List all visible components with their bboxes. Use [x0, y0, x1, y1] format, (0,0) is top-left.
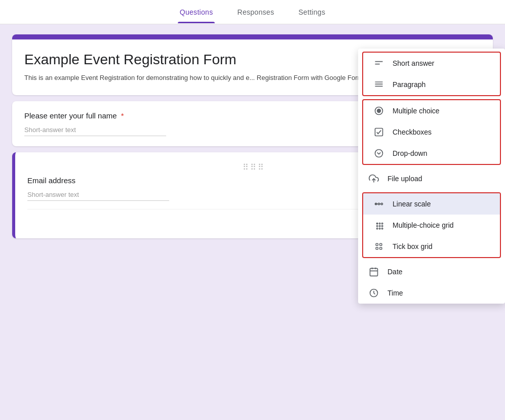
paragraph-icon — [373, 79, 384, 90]
short-answer-icon — [373, 58, 384, 69]
svg-point-24 — [376, 228, 378, 229]
svg-rect-29 — [376, 247, 378, 249]
group-1-outlined: Short answer Paragraph — [362, 52, 501, 96]
answer-placeholder-2: Short-answer text — [27, 191, 169, 201]
file-upload-icon — [368, 173, 379, 184]
svg-point-23 — [381, 225, 383, 227]
answer-placeholder-1: Short-answer text — [24, 126, 166, 136]
svg-point-15 — [381, 203, 382, 204]
svg-rect-10 — [375, 129, 383, 136]
svg-point-21 — [376, 225, 378, 227]
mc-grid-icon — [373, 220, 384, 231]
menu-item-checkboxes[interactable]: Checkboxes — [363, 121, 500, 143]
dropdown-icon — [373, 148, 384, 159]
svg-point-20 — [381, 223, 383, 224]
svg-point-26 — [381, 228, 383, 229]
paragraph-label: Paragraph — [393, 80, 425, 89]
group-2-outlined: Multiple choice Checkboxes — [362, 99, 501, 165]
svg-point-11 — [375, 150, 383, 157]
svg-point-13 — [375, 203, 377, 204]
time-icon — [368, 287, 379, 299]
group-3-outlined: Linear scale — [362, 192, 501, 258]
svg-point-22 — [379, 225, 380, 227]
multiple-choice-icon — [373, 105, 384, 116]
menu-item-file-upload[interactable]: File upload — [358, 168, 505, 189]
svg-point-14 — [378, 203, 379, 204]
main-content: Example Event Registration Form This is … — [0, 24, 505, 420]
tab-settings[interactable]: Settings — [296, 1, 327, 23]
linear-scale-label: Linear scale — [393, 200, 431, 208]
time-label: Time — [387, 289, 403, 297]
svg-rect-27 — [376, 243, 378, 245]
tick-grid-label: Tick box grid — [393, 242, 433, 250]
tick-grid-icon — [373, 241, 384, 252]
linear-scale-icon — [373, 198, 384, 209]
svg-point-9 — [377, 109, 381, 113]
menu-item-tick-grid[interactable]: Tick box grid — [363, 236, 500, 257]
dropdown-menu: Short answer Paragraph — [358, 49, 505, 304]
svg-rect-30 — [380, 247, 382, 249]
question-label-2: Email address — [27, 176, 75, 185]
checkboxes-label: Checkboxes — [393, 128, 432, 136]
menu-item-dropdown[interactable]: Drop-down — [363, 143, 500, 164]
menu-item-multiple-choice[interactable]: Multiple choice — [363, 100, 500, 121]
menu-item-linear-scale[interactable]: Linear scale — [363, 193, 500, 215]
file-upload-label: File upload — [387, 175, 422, 183]
short-answer-label: Short answer — [393, 59, 434, 67]
mc-grid-label: Multiple-choice grid — [393, 221, 454, 229]
menu-item-paragraph[interactable]: Paragraph — [363, 74, 500, 95]
dropdown-label: Drop-down — [393, 149, 427, 157]
tab-questions[interactable]: Questions — [178, 1, 215, 23]
multiple-choice-label: Multiple choice — [393, 107, 440, 115]
top-navigation: Questions Responses Settings — [0, 0, 505, 24]
menu-item-short-answer[interactable]: Short answer — [363, 53, 500, 74]
svg-rect-28 — [380, 243, 382, 245]
svg-point-25 — [379, 228, 380, 229]
menu-item-date[interactable]: Date — [358, 261, 505, 282]
svg-rect-31 — [370, 268, 378, 276]
menu-item-time[interactable]: Time — [358, 282, 505, 304]
svg-point-19 — [379, 223, 380, 224]
tab-responses[interactable]: Responses — [235, 1, 276, 23]
svg-point-18 — [376, 223, 378, 224]
menu-item-mc-grid[interactable]: Multiple-choice grid — [363, 215, 500, 236]
required-star-1: * — [121, 111, 124, 120]
checkboxes-icon — [373, 127, 384, 138]
date-label: Date — [387, 268, 403, 276]
date-icon — [368, 266, 379, 277]
